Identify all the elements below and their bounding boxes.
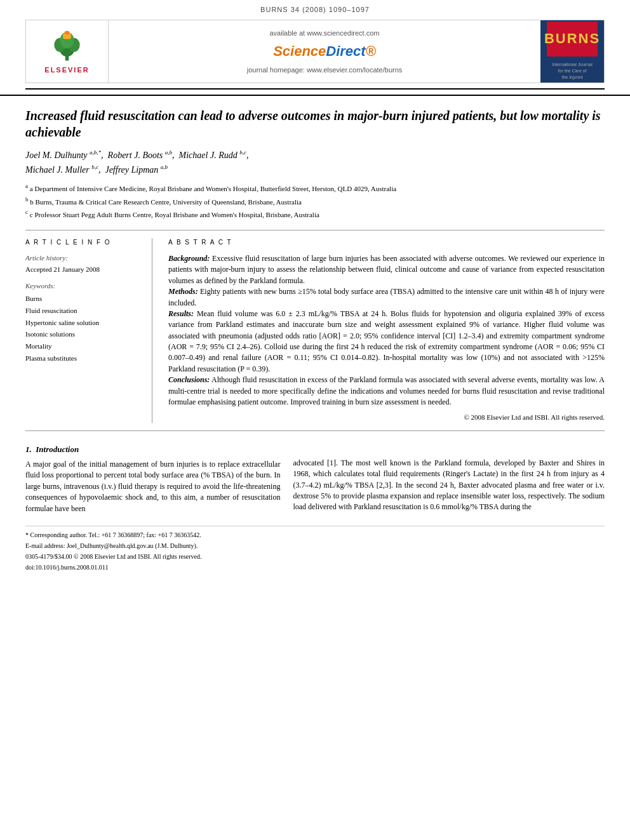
- intro-heading: 1. Introduction: [25, 444, 280, 455]
- burns-logo-sub: International Journalfor the Care ofthe …: [551, 60, 593, 81]
- conclusions-label: Conclusions:: [168, 375, 210, 384]
- footnote-email: E-mail address: Joel_Dulhunty@health.qld…: [25, 541, 605, 550]
- results-text: Mean fluid volume was 6.0 ± 2.3 mL/kg/% …: [168, 309, 605, 373]
- abstract-text: Background: Excessive fluid resuscitatio…: [168, 253, 605, 408]
- copyright-line: © 2008 Elsevier Ltd and ISBI. All rights…: [168, 413, 605, 422]
- elsevier-tree-icon: [50, 29, 84, 63]
- keyword-mortality: Mortality: [25, 340, 142, 352]
- sd-url: available at www.sciencedirect.com: [269, 29, 379, 38]
- affiliations: a a Department of Intensive Care Medicin…: [25, 182, 605, 219]
- methods-label: Methods:: [168, 287, 198, 296]
- article-history-label: Article history:: [25, 253, 142, 263]
- authors-line: Joel M. Dulhunty a,b,*, Robert J. Boots …: [25, 148, 605, 177]
- keyword-plasma: Plasma substitutes: [25, 352, 142, 364]
- left-column: 1. Introduction A major goal of the init…: [25, 444, 280, 519]
- burns-logo-box: BURNS International Journalfor the Care …: [540, 20, 604, 83]
- accepted-date: Accepted 21 January 2008: [25, 265, 142, 274]
- conclusions-text: Although fluid resuscitation in excess o…: [168, 375, 605, 406]
- author-jeffrey: Jeffrey Lipman a,b: [105, 165, 168, 175]
- right-column: advocated [1]. The most well known is th…: [293, 444, 605, 519]
- footnote-doi-line: 0305-4179/$34.00 © 2008 Elsevier Ltd and…: [25, 552, 605, 561]
- main-content: 1. Introduction A major goal of the init…: [25, 431, 605, 519]
- article-info-column: A R T I C L E I N F O Article history: A…: [25, 238, 152, 423]
- footnotes-section: * Corresponding author. Tel.: +61 7 3636…: [25, 526, 605, 572]
- abstract-heading: A B S T R A C T: [168, 238, 605, 247]
- burns-logo-text: BURNS: [544, 29, 600, 49]
- background-label: Background:: [168, 254, 210, 263]
- keywords-list: Burns Fluid resuscitation Hypertonic sal…: [25, 293, 142, 364]
- article-info-heading: A R T I C L E I N F O: [25, 238, 142, 247]
- author-michael-m: Michael J. Muller b,c,: [25, 165, 103, 175]
- article-title: Increased fluid resuscitation can lead t…: [25, 107, 605, 140]
- journal-reference: BURNS 34 (2008) 1090–1097: [0, 0, 630, 17]
- burns-red-box: BURNS: [547, 22, 598, 57]
- author-joel: Joel M. Dulhunty a,b,*,: [25, 150, 105, 160]
- background-text: Excessive fluid resuscitation of large b…: [168, 254, 605, 285]
- affiliation-a: a a Department of Intensive Care Medicin…: [25, 182, 605, 194]
- keyword-isotonic: Isotonic solutions: [25, 328, 142, 340]
- author-robert: Robert J. Boots a,b,: [108, 150, 177, 160]
- journal-center: available at www.sciencedirect.com Scien…: [109, 20, 540, 83]
- keywords-label: Keywords:: [25, 281, 142, 291]
- title-section: Increased fluid resuscitation can lead t…: [0, 95, 630, 230]
- abstract-column: A B S T R A C T Background: Excessive fl…: [165, 238, 605, 423]
- intro-paragraph-1: A major goal of the initial management o…: [25, 459, 280, 514]
- intro-paragraph-2: advocated [1]. The most well known is th…: [293, 458, 605, 513]
- affiliation-c: c c Professor Stuart Pegg Adult Burns Ce…: [25, 208, 605, 220]
- svg-rect-6: [65, 30, 69, 34]
- results-label: Results:: [168, 309, 194, 318]
- sd-registered: ®: [366, 42, 376, 62]
- elsevier-label: ELSEVIER: [44, 65, 89, 75]
- keyword-fluid: Fluid resuscitation: [25, 305, 142, 317]
- title-divider: [25, 88, 605, 90]
- journal-header: ELSEVIER available at www.sciencedirect.…: [25, 20, 605, 83]
- keyword-burns: Burns: [25, 293, 142, 305]
- journal-ref-text: BURNS 34 (2008) 1090–1097: [260, 6, 370, 13]
- page-container: BURNS 34 (2008) 1090–1097 ELSEVIER avail…: [0, 0, 630, 572]
- affiliation-b: b b Burns, Trauma & Critical Care Resear…: [25, 196, 605, 207]
- sd-science-text: Science: [273, 42, 326, 62]
- elsevier-logo-box: ELSEVIER: [26, 20, 109, 83]
- footnote-doi: doi:10.1016/j.burns.2008.01.011: [25, 563, 605, 572]
- methods-text: Eighty patients with new burns ≥15% tota…: [168, 287, 605, 307]
- footnote-corresponding: * Corresponding author. Tel.: +61 7 3636…: [25, 530, 605, 540]
- author-michael-r: Michael J. Rudd b,c,: [179, 150, 249, 160]
- sd-direct-text: Direct: [326, 42, 365, 62]
- science-direct-logo: Science Direct ®: [273, 42, 376, 62]
- article-info-abstract-section: A R T I C L E I N F O Article history: A…: [25, 230, 605, 431]
- keyword-hypertonic: Hypertonic saline solution: [25, 317, 142, 329]
- journal-homepage-text: journal homepage: www.elsevier.com/locat…: [247, 65, 403, 75]
